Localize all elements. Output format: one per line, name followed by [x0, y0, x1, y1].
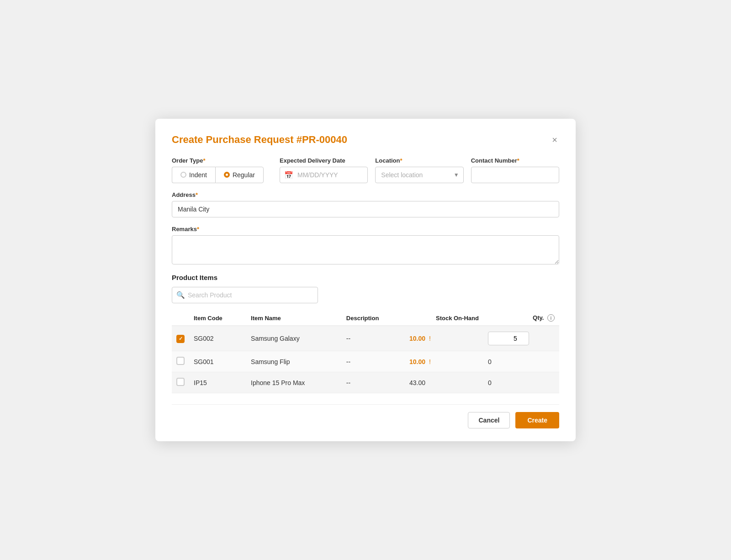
- address-input[interactable]: [172, 201, 559, 217]
- address-group: Address*: [172, 191, 559, 217]
- create-button[interactable]: Create: [515, 412, 559, 428]
- regular-label: Regular: [233, 171, 255, 179]
- row3-item-code: IP15: [189, 372, 246, 393]
- search-wrap: 🔍: [172, 287, 318, 303]
- modal-backdrop: Create Purchase Request #PR-00040 × Orde…: [18, 119, 713, 442]
- row1-checkbox[interactable]: [176, 335, 185, 343]
- table-row: SG001 Samsung Flip -- 10.00 ! 0: [172, 351, 559, 372]
- row2-checkbox-cell: [172, 351, 189, 372]
- col-item-name: Item Name: [246, 311, 342, 326]
- warning-icon: !: [429, 358, 431, 365]
- location-label: Location*: [375, 157, 463, 164]
- table-row: IP15 Iphone 15 Pro Max -- 43.00 0: [172, 372, 559, 393]
- close-button[interactable]: ×: [550, 133, 559, 146]
- remarks-group: Remarks*: [172, 226, 559, 264]
- qty-info-icon[interactable]: i: [547, 314, 555, 322]
- row1-description: --: [342, 326, 405, 351]
- row2-checkbox[interactable]: [176, 357, 185, 365]
- contact-label: Contact Number*: [471, 157, 559, 164]
- row2-item-name: Samsung Flip: [246, 351, 342, 372]
- order-type-indent[interactable]: Indent: [172, 167, 215, 183]
- row1-stock: 10.00 !: [405, 326, 483, 351]
- remarks-label: Remarks*: [172, 226, 559, 232]
- modal-title: Create Purchase Request #PR-00040: [172, 134, 347, 146]
- row3-item-name: Iphone 15 Pro Max: [246, 372, 342, 393]
- indent-radio: [180, 172, 186, 178]
- date-input-wrap: 📅: [280, 167, 368, 183]
- order-type-label: Order Type*: [172, 157, 272, 164]
- title-id: PR-00040: [302, 134, 347, 145]
- col-stock: Stock On-Hand: [405, 311, 483, 326]
- contact-input[interactable]: [471, 167, 559, 183]
- location-group: Location* Select location ▼: [375, 157, 463, 183]
- row2-stock: 10.00 !: [405, 351, 483, 372]
- row1-item-code: SG002: [189, 326, 246, 351]
- col-qty: Qty. i: [483, 311, 559, 326]
- cancel-button[interactable]: Cancel: [468, 412, 510, 428]
- row2-item-code: SG001: [189, 351, 246, 372]
- row1-qty-input[interactable]: [488, 332, 529, 345]
- row2-qty-cell: 0: [483, 351, 559, 372]
- remarks-input[interactable]: [172, 235, 559, 264]
- product-table: Item Code Item Name Description Stock On…: [172, 311, 559, 394]
- address-label: Address*: [172, 191, 559, 198]
- product-section-title: Product Items: [172, 274, 559, 281]
- contact-group: Contact Number*: [471, 157, 559, 183]
- row3-checkbox-cell: [172, 372, 189, 393]
- col-item-code: Item Code: [189, 311, 246, 326]
- search-input[interactable]: [172, 287, 318, 303]
- indent-label: Indent: [189, 171, 207, 179]
- location-select[interactable]: Select location: [375, 167, 463, 183]
- row3-qty-value: 0: [488, 379, 492, 386]
- product-items-section: Product Items 🔍 Item Code Item Name Desc…: [172, 274, 559, 394]
- row1-qty-cell: [483, 326, 559, 351]
- delivery-date-label: Expected Delivery Date: [280, 157, 368, 164]
- order-type-regular[interactable]: Regular: [215, 167, 264, 183]
- modal-footer: Cancel Create: [172, 404, 559, 428]
- row3-description: --: [342, 372, 405, 393]
- row3-checkbox[interactable]: [176, 378, 185, 386]
- location-select-wrap: Select location ▼: [375, 167, 463, 183]
- delivery-date-input[interactable]: [280, 167, 368, 183]
- row3-qty-cell: 0: [483, 372, 559, 393]
- delivery-date-group: Expected Delivery Date 📅: [280, 157, 368, 183]
- table-header-row: Item Code Item Name Description Stock On…: [172, 311, 559, 326]
- modal-header: Create Purchase Request #PR-00040 ×: [172, 133, 559, 146]
- row1-item-name: Samsung Galaxy: [246, 326, 342, 351]
- title-prefix: Create Purchase Request #: [172, 134, 302, 145]
- order-type-options: Indent Regular: [172, 167, 272, 183]
- row2-qty-value: 0: [488, 358, 492, 365]
- col-checkbox: [172, 311, 189, 326]
- row2-description: --: [342, 351, 405, 372]
- table-row: SG002 Samsung Galaxy -- 10.00 !: [172, 326, 559, 351]
- warning-icon: !: [429, 335, 431, 342]
- row3-stock: 43.00: [405, 372, 483, 393]
- col-description: Description: [342, 311, 405, 326]
- order-type-group: Order Type* Indent Regular: [172, 157, 272, 183]
- modal-container: Create Purchase Request #PR-00040 × Orde…: [155, 119, 576, 442]
- row1-checkbox-cell: [172, 326, 189, 351]
- regular-radio: [224, 172, 230, 178]
- form-row-1: Order Type* Indent Regular Expected Deli…: [172, 157, 559, 183]
